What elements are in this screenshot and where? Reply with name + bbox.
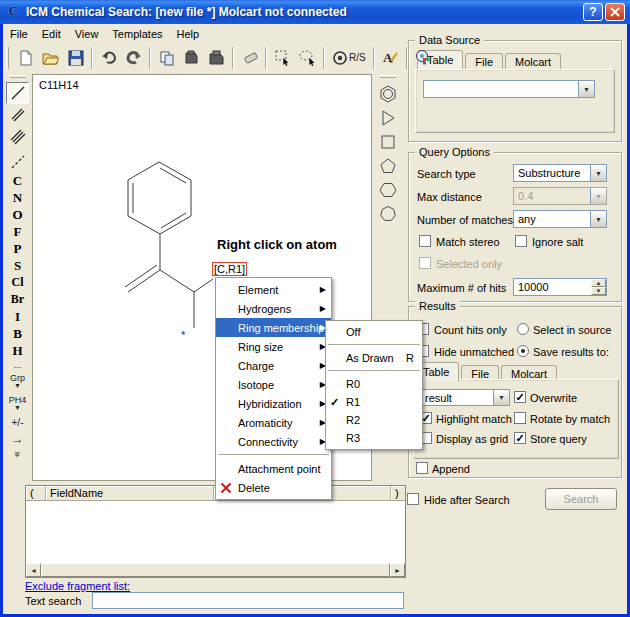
benzene-ring-icon[interactable] [375, 82, 400, 106]
menu-edit[interactable]: Edit [35, 26, 68, 42]
stereo-rs-icon[interactable]: R/S [328, 46, 370, 70]
menu-item-charge[interactable]: Charge▶ [216, 356, 331, 375]
submenu-item-as-drawn[interactable]: As DrawnR [326, 349, 422, 367]
element-c-button[interactable]: C [6, 172, 29, 189]
menu-item-ring-membership[interactable]: Ring membership▶ [216, 318, 331, 337]
spin-up-icon[interactable]: ▲ [591, 279, 606, 287]
submenu-item-r0[interactable]: R0 [326, 375, 422, 393]
submenu-item-off[interactable]: Off [326, 323, 422, 341]
select-rect-icon[interactable] [270, 46, 295, 70]
new-file-icon[interactable] [13, 46, 38, 70]
save-results-radio[interactable] [517, 345, 529, 357]
element-b-button[interactable]: B [6, 325, 29, 342]
chevron-down-icon[interactable]: ▼ [578, 81, 594, 97]
toolbar-grip[interactable] [380, 75, 396, 78]
spin-down-icon[interactable]: ▼ [591, 287, 606, 295]
double-bond-icon[interactable] [6, 104, 29, 126]
selected-atom-label[interactable]: [C,R1] [212, 262, 247, 276]
text-search-input[interactable] [92, 592, 404, 609]
menu-item-hybridization[interactable]: Hybridization▶ [216, 394, 331, 413]
scrollbar-thumb[interactable] [41, 563, 390, 577]
select-lasso-icon[interactable] [295, 46, 320, 70]
element-p-button[interactable]: P [6, 240, 29, 257]
square-icon[interactable] [375, 130, 400, 154]
number-of-matches-combo[interactable]: any ▼ [513, 210, 607, 228]
menu-item-isotope[interactable]: Isotope▶ [216, 375, 331, 394]
cut-icon[interactable] [179, 46, 204, 70]
ph4-dropdown-button[interactable]: PH4 ▼ [6, 393, 29, 415]
save-file-icon[interactable] [63, 46, 88, 70]
element-f-button[interactable]: F [6, 223, 29, 240]
triple-bond-icon[interactable] [6, 126, 29, 148]
overwrite-checkbox[interactable]: ✓ [514, 391, 526, 403]
paste-icon[interactable] [204, 46, 229, 70]
copy-icon[interactable] [154, 46, 179, 70]
match-stereo-checkbox[interactable] [419, 235, 431, 247]
element-s-button[interactable]: S [6, 257, 29, 274]
tab-file[interactable]: File [465, 53, 503, 70]
menu-templates[interactable]: Templates [105, 26, 169, 42]
element-n-button[interactable]: N [6, 189, 29, 206]
query-bond-icon[interactable] [6, 152, 29, 172]
element-i-button[interactable]: I [6, 308, 29, 325]
menu-item-connectivity[interactable]: Connectivity▶ [216, 432, 331, 451]
result-table-combo[interactable]: result ▼ [420, 389, 510, 406]
menu-item-ring-size[interactable]: Ring size▶ [216, 337, 331, 356]
triangle-icon[interactable] [375, 106, 400, 130]
menu-file[interactable]: File [3, 26, 35, 42]
element-h-button[interactable]: H [6, 342, 29, 359]
expand-toolbar-button[interactable]: » [11, 443, 25, 466]
toolbar-grip[interactable] [6, 47, 9, 69]
tab-molcart[interactable]: Molcart [505, 53, 561, 70]
menu-item-delete[interactable]: Delete [216, 478, 331, 497]
help-button[interactable]: ? [583, 3, 603, 21]
chevron-down-icon[interactable]: ▼ [590, 165, 606, 181]
chevron-down-icon[interactable]: ▼ [590, 211, 606, 227]
filter-table-body[interactable] [26, 501, 405, 563]
pentagon-icon[interactable] [375, 154, 400, 178]
heptagon-icon[interactable] [375, 202, 400, 226]
group-dropdown-button[interactable]: Grp ▼ [6, 371, 29, 393]
close-button[interactable] [605, 3, 625, 21]
atom-label-icon[interactable]: A [378, 46, 403, 70]
ignore-salt-checkbox[interactable] [515, 235, 527, 247]
menu-item-hydrogens[interactable]: Hydrogens▶ [216, 299, 331, 318]
molcart-icon[interactable] [411, 46, 436, 70]
charge-button[interactable]: +/- [6, 415, 29, 431]
horizontal-scrollbar[interactable]: ◄ ► [26, 563, 405, 577]
element-br-button[interactable]: Br [6, 291, 29, 308]
menu-item-aromaticity[interactable]: Aromaticity▶ [216, 413, 331, 432]
exclude-fragment-link[interactable]: Exclude fragment list: [25, 580, 130, 592]
chevron-down-icon[interactable]: ▼ [493, 390, 509, 405]
submenu-item-r2[interactable]: R2 [326, 411, 422, 429]
eraser-icon[interactable] [237, 46, 262, 70]
menu-view[interactable]: View [68, 26, 106, 42]
store-query-checkbox[interactable]: ✓ [514, 432, 526, 444]
open-file-icon[interactable] [38, 46, 63, 70]
search-type-combo[interactable]: Substructure ▼ [513, 164, 607, 182]
element-o-button[interactable]: O [6, 206, 29, 223]
column-close-paren[interactable]: ) [391, 486, 405, 500]
search-button[interactable]: Search [545, 488, 617, 510]
element-cl-button[interactable]: Cl [6, 274, 29, 291]
more-elements-button[interactable]: ... [6, 359, 29, 371]
submenu-item-r1[interactable]: ✓R1 [326, 393, 422, 411]
max-hits-spinner[interactable]: 10000 ▲ ▼ [513, 278, 607, 296]
redo-icon[interactable] [121, 46, 146, 70]
hexagon-icon[interactable] [375, 178, 400, 202]
scroll-right-icon[interactable]: ► [390, 563, 405, 577]
toolbar-grip[interactable] [10, 75, 26, 78]
menu-item-element[interactable]: Element▶ [216, 280, 331, 299]
append-checkbox[interactable] [416, 462, 428, 474]
column-open-paren[interactable]: ( [26, 486, 46, 500]
hide-after-search-checkbox[interactable] [407, 493, 419, 505]
rotate-by-match-checkbox[interactable] [514, 412, 526, 424]
submenu-item-r3[interactable]: R3 [326, 429, 422, 447]
scroll-left-icon[interactable]: ◄ [26, 563, 41, 577]
menu-item-attachment-point[interactable]: Attachment point [216, 459, 331, 478]
single-bond-icon[interactable] [6, 82, 29, 104]
select-in-source-radio[interactable] [517, 323, 529, 335]
undo-icon[interactable] [96, 46, 121, 70]
data-source-table-combo[interactable]: ▼ [423, 80, 595, 98]
menu-help[interactable]: Help [170, 26, 207, 42]
